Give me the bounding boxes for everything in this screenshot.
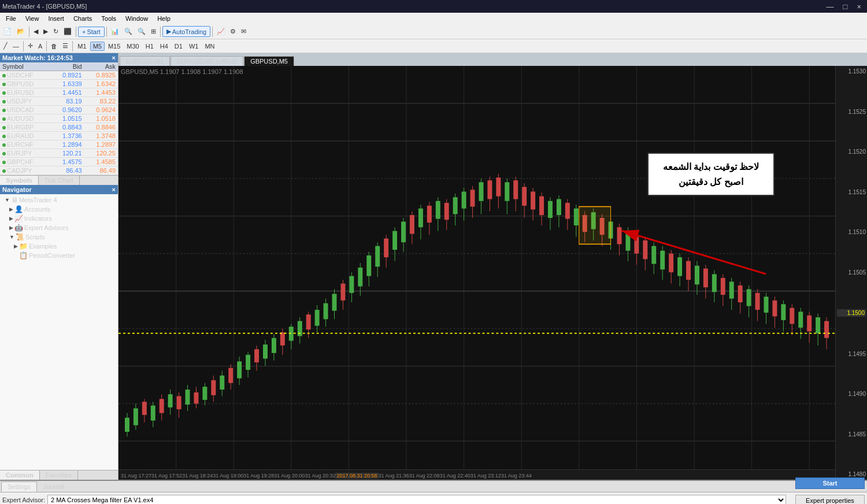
- time-label: 31 Aug 22:08: [409, 473, 440, 479]
- nav-metatrader4[interactable]: ▼ 🖥 MetaTrader 4: [0, 195, 118, 205]
- tab-settings[interactable]: Settings: [1, 481, 37, 492]
- market-watch-row[interactable]: EURJPY 120.21 120.25: [0, 149, 118, 158]
- tab-common[interactable]: Common: [0, 470, 40, 480]
- nav-accounts[interactable]: ▶ 👤 Accounts: [0, 205, 118, 214]
- close-btn[interactable]: ×: [853, 2, 865, 11]
- tf-h4[interactable]: H4: [157, 42, 171, 51]
- nav-scripts[interactable]: ▼ 📜 Scripts: [0, 232, 118, 242]
- svg-rect-78: [358, 268, 362, 286]
- mail-btn[interactable]: ✉: [239, 27, 249, 36]
- zoom-in-btn[interactable]: 🔍: [122, 27, 135, 36]
- market-watch-title: Market Watch: 16:24:53: [2, 54, 73, 61]
- navigator: Navigator × ▼ 🖥 MetaTrader 4 ▶ 👤 Account…: [0, 185, 118, 480]
- chart-bar-btn[interactable]: 📊: [109, 27, 121, 36]
- market-watch-row[interactable]: EURUSD 1.4451 1.4453: [0, 88, 118, 97]
- chart-grid-btn[interactable]: ⊞: [149, 27, 158, 36]
- tf-w1[interactable]: W1: [186, 42, 202, 51]
- tf-m5[interactable]: M5: [90, 42, 105, 51]
- minimize-btn[interactable]: —: [823, 2, 838, 11]
- market-watch-row[interactable]: USDCAD 0.9620 0.9624: [0, 106, 118, 114]
- stop-btn[interactable]: ⬛: [61, 27, 74, 36]
- label-btn[interactable]: A: [36, 42, 45, 51]
- mw-bid: 1.4575: [50, 158, 84, 166]
- market-watch-row[interactable]: EURAUD 1.3736 1.3748: [0, 132, 118, 140]
- mw-ask: 0.8846: [84, 123, 118, 132]
- market-watch-row[interactable]: GBPUSD 1.6339 1.6342: [0, 80, 118, 88]
- svg-rect-68: [315, 310, 320, 326]
- tf-h1[interactable]: H1: [143, 42, 157, 51]
- menu-tools[interactable]: Tools: [97, 14, 121, 23]
- menu-help[interactable]: Help: [153, 14, 175, 23]
- indicator-btn[interactable]: 📈: [214, 27, 227, 36]
- tf-d1[interactable]: D1: [172, 42, 186, 51]
- expand-arrow: ▶: [14, 243, 18, 249]
- svg-rect-66: [306, 314, 311, 329]
- nav-period-converter[interactable]: ▶ 📋 PeriodConverter: [0, 251, 118, 260]
- ea-select[interactable]: 2 MA Crosses Mega filter EA V1.ex4: [47, 495, 786, 504]
- mw-symbol: AUDUSD: [0, 114, 50, 123]
- nav-expert-advisors[interactable]: ▶ 🤖 Expert Advisors: [0, 223, 118, 232]
- menu-insert[interactable]: Insert: [43, 14, 69, 23]
- open-btn[interactable]: 📂: [14, 27, 27, 36]
- svg-rect-40: [194, 392, 198, 403]
- svg-rect-56: [263, 344, 268, 358]
- tf-m30[interactable]: M30: [124, 42, 142, 51]
- mw-close-icon[interactable]: ×: [112, 54, 116, 61]
- chart-tab-eurusd-m1[interactable]: EURUSD,M1: [120, 56, 170, 66]
- hline-tool[interactable]: —: [10, 42, 21, 51]
- tab-journal[interactable]: Journal: [37, 481, 71, 492]
- tf-m1[interactable]: M1: [75, 42, 89, 51]
- forward-btn[interactable]: ▶: [41, 27, 50, 36]
- chart-area[interactable]: GBPUSD,M5 1.1907 1.1908 1.1907 1.1908: [118, 66, 867, 480]
- mw-ask: 0.9624: [84, 106, 118, 114]
- chart-tab-gbpusd-m5[interactable]: GBPUSD,M5: [244, 56, 294, 66]
- svg-rect-160: [712, 274, 717, 292]
- expand-arrow: ▶: [9, 225, 13, 231]
- maximize-btn[interactable]: □: [840, 2, 851, 11]
- price-level: 1.1525: [837, 109, 866, 115]
- price-axis: 1.1530 1.1525 1.1520 1.1515 1.1510 1.150…: [835, 66, 867, 480]
- menu-file[interactable]: File: [1, 14, 21, 23]
- mw-bid: 1.3736: [50, 132, 84, 140]
- svg-rect-36: [177, 396, 181, 409]
- market-watch-row[interactable]: USDCHF 0.8921 0.8925: [0, 71, 118, 80]
- svg-rect-46: [220, 376, 224, 390]
- obj-list-btn[interactable]: ☰: [60, 41, 71, 51]
- market-watch-row[interactable]: CADJPY 86.43 86.49: [0, 166, 118, 175]
- start-btn[interactable]: Start: [795, 477, 865, 489]
- nav-indicators[interactable]: ▶ 📈 Indicators: [0, 214, 118, 223]
- tab-tick-chart[interactable]: Tick Chart: [39, 176, 80, 185]
- expand-arrow: ▼: [5, 197, 10, 203]
- market-watch-row[interactable]: EURGBP 0.8843 0.8846: [0, 123, 118, 132]
- expert-properties-btn[interactable]: Expert properties: [795, 495, 865, 504]
- svg-rect-180: [798, 312, 803, 328]
- settings-btn[interactable]: ⚙: [228, 27, 238, 36]
- market-watch-row[interactable]: AUDUSD 1.0515 1.0518: [0, 114, 118, 123]
- delete-obj-btn[interactable]: 🗑: [49, 42, 60, 51]
- new-order-button[interactable]: + Start: [78, 27, 105, 37]
- nav-close-icon[interactable]: ×: [112, 186, 116, 193]
- market-watch-row[interactable]: EURCHF 1.2894 1.2897: [0, 140, 118, 149]
- new-btn[interactable]: 📄: [1, 27, 14, 36]
- refresh-btn[interactable]: ↻: [51, 27, 61, 36]
- menu-view[interactable]: View: [21, 14, 44, 23]
- time-label: 31 Aug 17:52: [151, 473, 182, 479]
- tf-mn[interactable]: MN: [202, 42, 217, 51]
- chart-tab-eurusd-m2[interactable]: EURUSD,M2 (offline): [171, 56, 243, 66]
- svg-rect-164: [729, 281, 734, 298]
- back-btn[interactable]: ◀: [31, 27, 40, 36]
- zoom-out-btn[interactable]: 🔍: [135, 27, 148, 36]
- tab-symbols[interactable]: Symbols: [0, 176, 39, 185]
- nav-examples[interactable]: ▶ 📁 Examples: [0, 242, 118, 251]
- menu-charts[interactable]: Charts: [69, 14, 97, 23]
- tf-sep2: [46, 41, 47, 51]
- market-watch-row[interactable]: USDJPY 83.19 83.22: [0, 97, 118, 106]
- line-tool[interactable]: ╱: [1, 41, 10, 51]
- menu-window[interactable]: Window: [121, 14, 153, 23]
- crosshair-btn[interactable]: ✛: [25, 41, 35, 51]
- tf-m15[interactable]: M15: [105, 42, 123, 51]
- autotrading-button[interactable]: ▶ AutoTrading: [162, 26, 211, 37]
- tab-favorites[interactable]: Favorites: [40, 470, 78, 480]
- market-watch-row[interactable]: GBPCHF 1.4575 1.4585: [0, 158, 118, 166]
- sep4: [160, 27, 161, 37]
